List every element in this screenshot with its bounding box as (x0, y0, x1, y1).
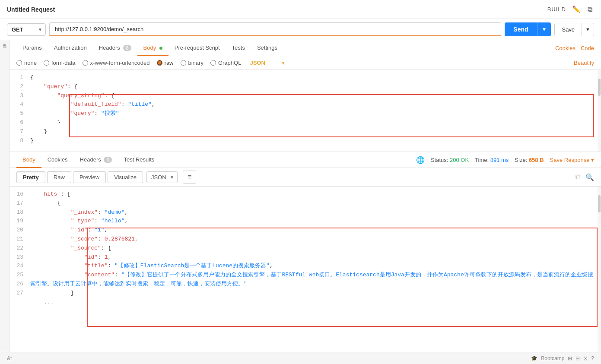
request-code-area: 1 2 3 4 5 6 7 8 { "query": { (10, 70, 601, 152)
tab-params-label: Params (22, 44, 42, 51)
resp-code-line-24: "title": "【修改】ElasticSearch是一个基于Lucene的搜… (27, 262, 601, 271)
main-layout: all Params Authorization Headers 8 Body (0, 40, 601, 352)
bootcamp-label[interactable]: Bootcamp (541, 355, 564, 361)
tab-headers-label: Headers (99, 44, 120, 51)
option-binary-label: binary (188, 60, 204, 66)
top-bar-icons: ✏️ ⧉ (570, 4, 594, 14)
cookies-link[interactable]: Cookies (555, 45, 576, 51)
option-raw-label: raw (165, 60, 174, 66)
resp-headers-badge: 3 (104, 157, 111, 163)
option-graphql[interactable]: GraphQL (210, 60, 241, 66)
format-select[interactable]: JSON Text JavaScript HTML XML (250, 60, 285, 66)
line-num-1: 1 (16, 73, 23, 82)
wrap-button[interactable]: ≡ (183, 171, 196, 184)
save-response-label: Save Response (550, 157, 590, 163)
resp-tab-cookies[interactable]: Cookies (41, 152, 74, 168)
tab-authorization[interactable]: Authorization (48, 40, 93, 56)
response-section: Body Cookies Headers 3 Test Results 🌐 (10, 152, 601, 352)
option-raw[interactable]: raw (157, 60, 174, 66)
response-code-area: 16 17 18 19 20 21 22 23 24 25 26 27 (10, 187, 601, 352)
code-scrollbar-thumb (598, 79, 601, 96)
code-link[interactable]: Code (581, 45, 594, 51)
line-num-8: 8 (16, 136, 23, 146)
expand-icon[interactable]: ⧉ (586, 4, 594, 14)
resp-format-select[interactable]: JSON Text HTML XML (146, 171, 178, 183)
resp-code-line-18: "_index": "demo", (27, 208, 601, 217)
layout-icon-3[interactable]: ⊠ (583, 355, 588, 361)
tab-settings[interactable]: Settings (251, 40, 283, 56)
help-icon[interactable]: ? (591, 355, 594, 361)
tab-tests[interactable]: Tests (226, 40, 251, 56)
method-select[interactable]: GET POST PUT DELETE (7, 23, 46, 36)
code-content[interactable]: { "query": { "query_string": { "default_… (27, 70, 601, 149)
size-label: Size: (515, 157, 527, 163)
left-sidebar: all (0, 40, 10, 352)
tab-pre-request[interactable]: Pre-request Script (169, 40, 226, 56)
resp-line-num-21: 21 (16, 235, 23, 244)
send-dropdown[interactable]: ▼ (537, 22, 551, 36)
time-display: Time: 891 ms (475, 157, 509, 163)
response-meta: 🌐 Status: 200 OK Time: 891 ms Size: 658 … (416, 156, 594, 164)
visualize-button[interactable]: Visualize (108, 171, 143, 183)
response-body-toolbar: Pretty Raw Preview Visualize JSON Text H… (10, 168, 601, 187)
code-scrollbar[interactable] (598, 70, 601, 152)
send-button-group: Send ▼ (505, 22, 551, 36)
option-binary[interactable]: binary (181, 60, 204, 66)
tab-params[interactable]: Params (16, 40, 48, 56)
resp-tab-headers[interactable]: Headers 3 (74, 152, 118, 168)
code-line-1: { (27, 73, 601, 82)
code-line-3: "query_string": { (27, 92, 601, 101)
time-value: 891 ms (490, 157, 509, 163)
option-form-data[interactable]: form-data (44, 60, 76, 66)
resp-code-line-21: "_score": 0.2876821, (27, 235, 601, 244)
resp-tab-body[interactable]: Body (16, 152, 41, 168)
line-num-3: 3 (16, 92, 23, 101)
tab-body-label: Body (143, 44, 156, 51)
resp-line-num-23: 23 (16, 253, 23, 262)
option-graphql-label: GraphQL (218, 60, 241, 66)
tab-headers[interactable]: Headers 8 (93, 40, 137, 56)
resp-line-num-24: 24 (16, 262, 23, 271)
line-num-6: 6 (16, 118, 23, 127)
line-num-5: 5 (16, 109, 23, 118)
save-button[interactable]: Save (555, 23, 582, 36)
line-num-2: 2 (16, 82, 23, 92)
tab-tests-label: Tests (232, 44, 245, 51)
code-line-5: "query": "搜索" (27, 109, 601, 118)
save-dropdown[interactable]: ▼ (582, 23, 594, 36)
resp-line-num-17: 17 (16, 199, 23, 208)
layout-icon-1[interactable]: ⊞ (568, 355, 572, 361)
line-numbers: 1 2 3 4 5 6 7 8 (10, 70, 27, 149)
resp-scrollbar[interactable] (598, 187, 601, 352)
option-urlencoded[interactable]: x-www-form-urlencoded (83, 60, 150, 66)
raw-button[interactable]: Raw (47, 171, 71, 183)
time-label: Time: (475, 157, 489, 163)
code-line-6: } (27, 118, 601, 127)
globe-icon: 🌐 (416, 156, 425, 164)
beautify-button[interactable]: Beautify (574, 60, 594, 66)
edit-icon[interactable]: ✏️ (570, 4, 582, 14)
resp-code-lines: 16 17 18 19 20 21 22 23 24 25 26 27 (10, 187, 601, 352)
tab-settings-label: Settings (257, 44, 277, 51)
search-icon[interactable]: 🔍 (585, 173, 594, 181)
status-display: Status: 200 OK (431, 157, 469, 163)
option-none[interactable]: none (16, 60, 37, 66)
resp-code-content: hits : [ { "_index": "demo", "_type": "h… (27, 187, 601, 352)
tab-body[interactable]: Body (137, 40, 169, 56)
resp-line-numbers: 16 17 18 19 20 21 22 23 24 25 26 27 (10, 187, 27, 352)
url-input[interactable] (49, 22, 501, 36)
copy-icon[interactable]: ⧉ (576, 173, 580, 181)
pretty-button[interactable]: Pretty (16, 171, 45, 183)
resp-tab-test-results[interactable]: Test Results (118, 152, 161, 168)
preview-button[interactable]: Preview (73, 171, 106, 183)
send-button[interactable]: Send (505, 22, 537, 36)
resp-code-line-16: hits : [ (27, 190, 601, 199)
url-bar: GET POST PUT DELETE Send ▼ Save ▼ (0, 19, 601, 40)
option-form-data-label: form-data (51, 60, 76, 66)
resp-line-num-22: 22 (16, 244, 23, 253)
line-num-4: 4 (16, 100, 23, 109)
save-response-button[interactable]: Save Response ▾ (550, 157, 594, 163)
code-line-2: "query": { (27, 82, 601, 92)
resp-code-line-22: "_source": { (27, 244, 601, 253)
layout-icon-2[interactable]: ⊟ (576, 355, 580, 361)
